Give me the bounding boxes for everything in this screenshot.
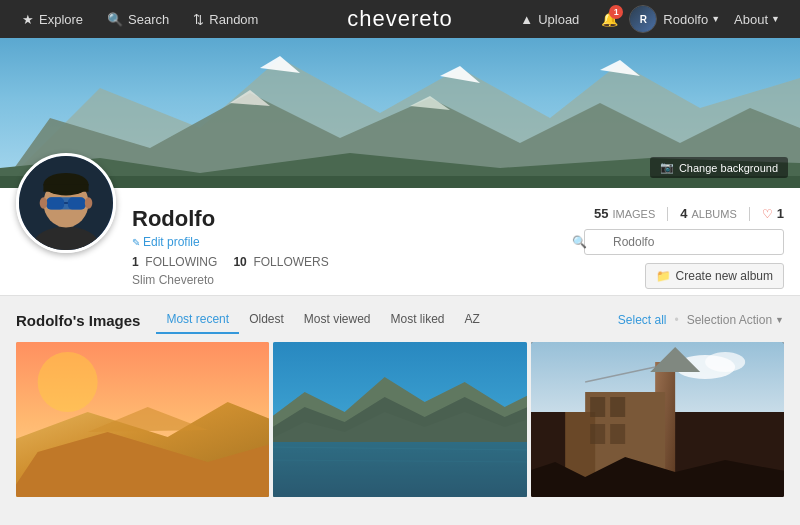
- cover-area: 📷 Change background: [0, 38, 800, 188]
- search-nav-item[interactable]: 🔍 Search: [97, 8, 179, 31]
- brand-logo[interactable]: chevereto: [347, 6, 453, 32]
- svg-point-20: [40, 197, 48, 208]
- sort-tab-most-recent[interactable]: Most recent: [156, 306, 239, 334]
- create-album-button[interactable]: 📁 Create new album: [645, 263, 784, 289]
- chevron-down-icon: ▼: [775, 315, 784, 325]
- sort-tab-az[interactable]: AZ: [455, 306, 490, 334]
- albums-stat: 4 ALBUMS: [680, 206, 736, 221]
- select-actions: Select all • Selection Action ▼: [618, 313, 784, 327]
- dunes-image: [16, 342, 269, 497]
- svg-rect-42: [590, 397, 605, 417]
- random-nav-item[interactable]: ⇅ Random: [183, 8, 268, 31]
- nav-left: ★ Explore 🔍 Search ⇅ Random: [12, 8, 268, 31]
- selection-action-dropdown[interactable]: Selection Action ▼: [687, 313, 784, 327]
- image-grid: [16, 342, 784, 497]
- profile-stats: 55 IMAGES 4 ALBUMS ♡ 1 🔍 📁 Create new al…: [564, 198, 784, 289]
- sort-tabs: Most recent Oldest Most viewed Most like…: [156, 306, 489, 334]
- likes-stat: ♡ 1: [762, 206, 784, 221]
- select-all-link[interactable]: Select all: [618, 313, 667, 327]
- image-thumb-3[interactable]: [531, 342, 784, 497]
- images-stat: 55 IMAGES: [594, 206, 655, 221]
- nav-right: ▲ Upload 🔔 1 R Rodolfo ▼ About ▼: [510, 5, 788, 33]
- notification-badge: 1: [609, 5, 623, 19]
- image-thumb-1[interactable]: [16, 342, 269, 497]
- svg-point-21: [85, 197, 93, 208]
- search-icon: 🔍: [572, 235, 587, 249]
- upload-icon: ▲: [520, 12, 533, 27]
- stat-divider: [667, 207, 668, 221]
- svg-rect-18: [68, 197, 86, 209]
- avatar: [16, 153, 116, 253]
- svg-marker-33: [273, 412, 526, 497]
- explore-nav-item[interactable]: ★ Explore: [12, 8, 93, 31]
- username-dropdown[interactable]: Rodolfo ▼: [663, 12, 720, 27]
- profile-section: Rodolfo ✎ Edit profile 1 FOLLOWING 10 FO…: [0, 188, 800, 296]
- user-avatar-nav[interactable]: R: [629, 5, 657, 33]
- profile-search-input[interactable]: [584, 229, 784, 255]
- stats-row: 55 IMAGES 4 ALBUMS ♡ 1: [564, 206, 784, 221]
- svg-rect-17: [46, 197, 64, 209]
- following-row: 1 FOLLOWING 10 FOLLOWERS: [132, 255, 564, 269]
- heart-icon: ♡: [762, 207, 773, 221]
- about-dropdown-icon: ▼: [771, 14, 780, 24]
- images-section-title: Rodolfo's Images: [16, 312, 140, 329]
- svg-point-23: [38, 352, 98, 412]
- about-nav-item[interactable]: About ▼: [726, 8, 788, 31]
- explore-label: Explore: [39, 12, 83, 27]
- explore-icon: ★: [22, 12, 34, 27]
- avatar-wrap: [16, 153, 116, 253]
- search-nav-icon: 🔍: [107, 12, 123, 27]
- random-label: Random: [209, 12, 258, 27]
- notification-button[interactable]: 🔔 1: [595, 5, 623, 33]
- sort-tab-oldest[interactable]: Oldest: [239, 306, 294, 334]
- sort-tab-most-liked[interactable]: Most liked: [381, 306, 455, 334]
- svg-point-37: [705, 352, 745, 372]
- image-thumb-2[interactable]: [273, 342, 526, 497]
- stat-divider-2: [749, 207, 750, 221]
- svg-rect-44: [590, 424, 605, 444]
- fantasy-image: [531, 342, 784, 497]
- navbar: ★ Explore 🔍 Search ⇅ Random chevereto ▲ …: [0, 0, 800, 38]
- album-icon: 📁: [656, 269, 671, 283]
- profile-search-wrap: 🔍: [564, 229, 784, 255]
- change-background-button[interactable]: 📷 Change background: [650, 157, 788, 178]
- lake-image: [273, 342, 526, 497]
- dropdown-icon: ▼: [711, 14, 720, 24]
- sort-tab-most-viewed[interactable]: Most viewed: [294, 306, 381, 334]
- avatar-image: [19, 153, 113, 253]
- upload-button[interactable]: ▲ Upload: [510, 8, 589, 31]
- svg-rect-45: [610, 424, 625, 444]
- svg-rect-43: [610, 397, 625, 417]
- svg-point-14: [43, 173, 88, 196]
- camera-icon: 📷: [660, 161, 674, 174]
- svg-rect-15: [43, 184, 88, 192]
- pencil-icon: ✎: [132, 237, 140, 248]
- edit-profile-link[interactable]: ✎ Edit profile: [132, 235, 564, 249]
- followers-count: 10 FOLLOWERS: [233, 255, 328, 269]
- bio-text: Slim Chevereto: [132, 273, 564, 287]
- bullet-divider: •: [674, 313, 678, 327]
- search-nav-label: Search: [128, 12, 169, 27]
- following-count: 1 FOLLOWING: [132, 255, 217, 269]
- random-icon: ⇅: [193, 12, 204, 27]
- images-section: Rodolfo's Images Most recent Oldest Most…: [0, 296, 800, 497]
- images-header: Rodolfo's Images Most recent Oldest Most…: [16, 306, 784, 334]
- profile-info: Rodolfo ✎ Edit profile 1 FOLLOWING 10 FO…: [132, 198, 564, 295]
- profile-name: Rodolfo: [132, 206, 564, 232]
